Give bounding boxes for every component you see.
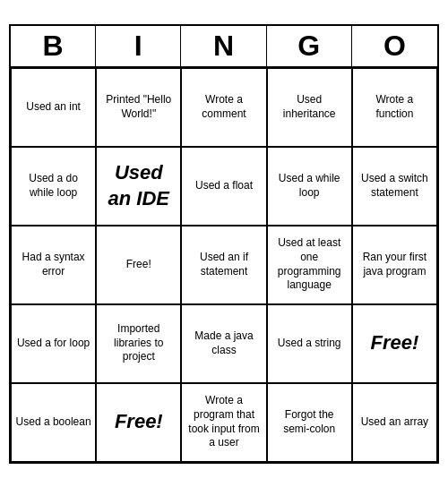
bingo-cell: Used an IDE bbox=[96, 147, 181, 226]
bingo-cell: Wrote a program that took input from a u… bbox=[181, 383, 266, 462]
bingo-card: BINGO Used an intPrinted "Hello World!"W… bbox=[9, 24, 439, 464]
bingo-cell: Used a for loop bbox=[11, 304, 96, 383]
bingo-cell: Free! bbox=[96, 383, 181, 462]
bingo-cell: Printed "Hello World!" bbox=[96, 68, 181, 147]
header-letter: G bbox=[267, 26, 352, 66]
bingo-cell: Forgot the semi-colon bbox=[267, 383, 352, 462]
bingo-cell: Used an int bbox=[11, 68, 96, 147]
header-letter: B bbox=[11, 26, 96, 66]
bingo-cell: Used a string bbox=[267, 304, 352, 383]
bingo-cell: Used inheritance bbox=[267, 68, 352, 147]
bingo-cell: Wrote a function bbox=[352, 68, 437, 147]
bingo-cell: Used a do while loop bbox=[11, 147, 96, 226]
bingo-cell: Used at least one programming language bbox=[267, 226, 352, 304]
bingo-cell: Free! bbox=[352, 304, 437, 383]
bingo-cell: Wrote a comment bbox=[181, 68, 266, 147]
bingo-header: BINGO bbox=[11, 26, 437, 68]
bingo-cell: Used a float bbox=[181, 147, 266, 226]
header-letter: N bbox=[181, 26, 266, 66]
bingo-cell: Used a while loop bbox=[267, 147, 352, 226]
bingo-cell: Free! bbox=[96, 226, 181, 304]
bingo-cell: Used an array bbox=[352, 383, 437, 462]
bingo-cell: Used a switch statement bbox=[352, 147, 437, 226]
bingo-cell: Used a boolean bbox=[11, 383, 96, 462]
header-letter: O bbox=[352, 26, 437, 66]
header-letter: I bbox=[96, 26, 181, 66]
bingo-cell: Made a java class bbox=[181, 304, 266, 383]
bingo-cell: Used an if statement bbox=[181, 226, 266, 304]
bingo-cell: Imported libraries to project bbox=[96, 304, 181, 383]
bingo-cell: Ran your first java program bbox=[352, 226, 437, 304]
bingo-grid: Used an intPrinted "Hello World!"Wrote a… bbox=[11, 68, 437, 462]
bingo-cell: Had a syntax error bbox=[11, 226, 96, 304]
